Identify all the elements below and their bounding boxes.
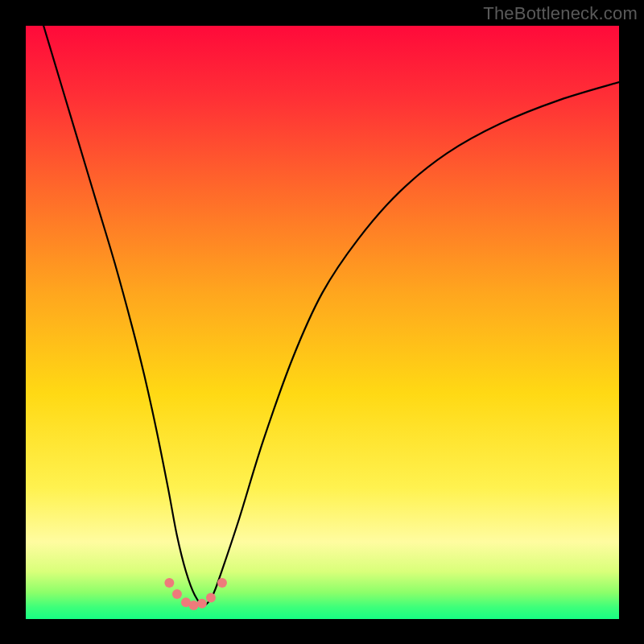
valley-marker xyxy=(172,589,182,599)
watermark-text: TheBottleneck.com xyxy=(483,3,638,24)
valley-marker xyxy=(164,578,174,588)
valley-markers xyxy=(164,578,227,610)
chart-frame: TheBottleneck.com xyxy=(0,0,644,644)
valley-marker xyxy=(189,601,199,610)
curve-layer xyxy=(26,26,619,619)
valley-marker xyxy=(197,599,207,609)
valley-marker xyxy=(217,578,227,588)
valley-marker xyxy=(206,592,216,602)
bottleneck-curve xyxy=(43,26,619,605)
plot-area xyxy=(26,26,619,619)
